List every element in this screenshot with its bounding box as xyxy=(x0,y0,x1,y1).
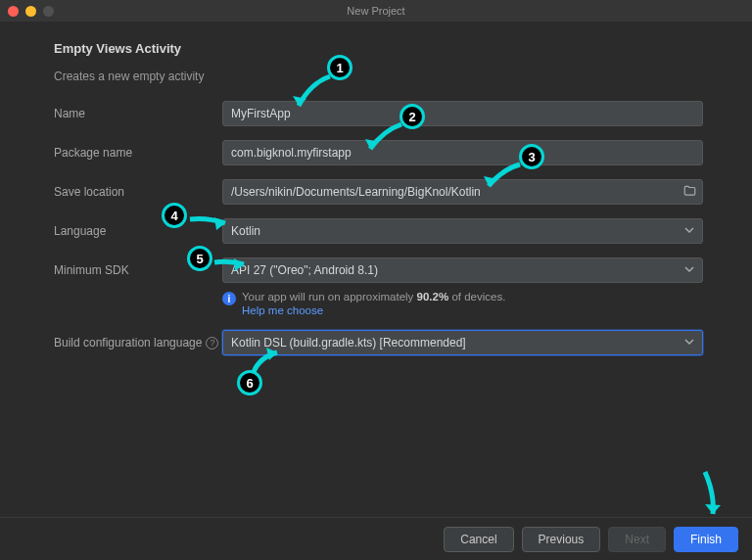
zoom-window-icon xyxy=(43,6,54,17)
name-label: Name xyxy=(54,107,222,120)
svg-marker-4 xyxy=(234,258,244,271)
cancel-button[interactable]: Cancel xyxy=(444,527,513,552)
buildlang-label: Build configuration language ? xyxy=(54,336,222,350)
help-icon[interactable]: ? xyxy=(206,337,218,350)
page-subtitle: Creates a new empty activity xyxy=(54,70,703,83)
minsdk-label: Minimum SDK xyxy=(54,263,222,277)
finish-button[interactable]: Finish xyxy=(674,527,738,552)
package-label: Package name xyxy=(54,146,222,160)
annotation-2-arrow xyxy=(362,117,411,161)
chevron-down-icon xyxy=(684,336,694,350)
hint-suffix: of devices. xyxy=(448,291,505,303)
buildlang-select[interactable]: Kotlin DSL (build.gradle.kts) [Recommend… xyxy=(222,330,703,355)
window-controls xyxy=(8,6,54,17)
save-location-input[interactable] xyxy=(222,179,703,205)
annotation-5-arrow xyxy=(212,245,251,276)
annotation-3-arrow xyxy=(481,157,530,198)
hint-prefix: Your app will run on approximately xyxy=(242,291,417,303)
info-icon: i xyxy=(222,292,236,305)
help-me-choose-link[interactable]: Help me choose xyxy=(242,304,323,316)
minimize-window-icon[interactable] xyxy=(25,6,36,17)
annotation-1-arrow xyxy=(291,69,340,117)
previous-button[interactable]: Previous xyxy=(522,527,601,552)
wizard-content: Empty Views Activity Creates a new empty… xyxy=(0,22,752,355)
annotation-6-arrow xyxy=(250,348,289,377)
next-button: Next xyxy=(608,527,666,552)
chevron-down-icon xyxy=(684,263,694,277)
close-window-icon[interactable] xyxy=(8,6,19,17)
titlebar: New Project xyxy=(0,0,752,22)
window-title: New Project xyxy=(0,5,752,17)
package-input[interactable] xyxy=(222,140,703,165)
language-select[interactable]: Kotlin xyxy=(222,218,703,244)
page-title: Empty Views Activity xyxy=(54,41,703,56)
wizard-footer: Cancel Previous Next Finish xyxy=(0,517,752,560)
minsdk-select[interactable]: API 27 ("Oreo"; Android 8.1) xyxy=(222,257,703,283)
annotation-4-arrow xyxy=(186,196,233,231)
sdk-hint: i Your app will run on approximately 90.… xyxy=(222,291,703,316)
svg-marker-6 xyxy=(705,504,721,514)
chevron-down-icon xyxy=(684,224,694,238)
minsdk-value: API 27 ("Oreo"; Android 8.1) xyxy=(231,263,378,277)
language-value: Kotlin xyxy=(231,224,260,238)
buildlang-label-text: Build configuration language xyxy=(54,336,202,350)
annotation-finish-arrow xyxy=(695,470,734,524)
hint-percent: 90.2% xyxy=(417,291,449,303)
